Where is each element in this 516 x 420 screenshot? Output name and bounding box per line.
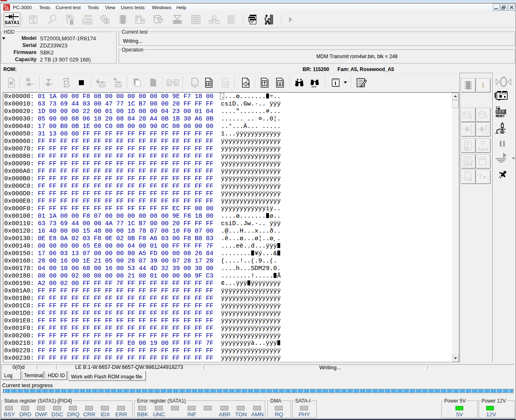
svg-text:?: ? (213, 16, 215, 20)
svg-text:57600: 57600 (82, 17, 92, 21)
svg-text:10: 10 (167, 83, 170, 86)
svg-text:123: 123 (223, 82, 228, 85)
svg-text:1: 1 (496, 106, 498, 110)
svg-text:10: 10 (175, 83, 178, 86)
svg-text:0: 0 (500, 110, 502, 114)
svg-text:ID: ID (465, 146, 470, 150)
svg-text:0: 0 (503, 110, 505, 114)
svg-text:DATA: DATA (465, 162, 472, 165)
svg-text:RESET: RESET (496, 114, 505, 118)
svg-text:0: 0 (497, 110, 499, 114)
svg-text:0101: 0101 (480, 158, 486, 160)
